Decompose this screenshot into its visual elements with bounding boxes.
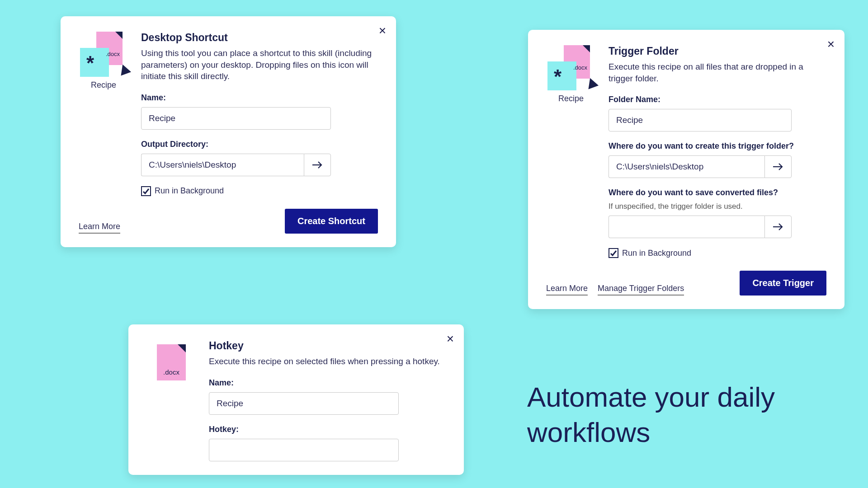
close-icon[interactable]: × [827,38,835,51]
dialog-title: Trigger Folder [609,45,826,57]
hotkey-input[interactable] [209,439,399,461]
create-shortcut-button[interactable]: Create Shortcut [285,209,378,234]
name-input[interactable] [209,392,399,415]
browse-output-directory-button[interactable] [304,154,331,176]
run-in-background-label: Run in Background [155,186,224,196]
close-icon[interactable]: × [447,333,454,345]
where-save-label: Where do you want to save converted file… [609,188,826,197]
icon-caption: Recipe [91,80,116,90]
desktop-shortcut-dialog: × .docx * Recipe Desktop Shortcut Using … [61,16,396,247]
check-icon [610,249,617,257]
dialog-title: Desktop Shortcut [141,32,378,44]
where-save-sublabel: If unspecified, the trigger folder is us… [609,202,826,211]
run-in-background-label: Run in Background [622,249,691,258]
recipe-files-icon: .docx * [547,45,594,90]
where-save-input[interactable] [609,216,764,238]
where-create-label: Where do you want to create this trigger… [609,141,826,151]
dialog-title: Hotkey [209,340,446,352]
run-in-background-checkbox[interactable] [141,186,151,196]
icon-caption: Recipe [558,94,584,103]
browse-save-location-button[interactable] [764,216,792,238]
name-label: Name: [209,378,446,388]
learn-more-link[interactable]: Learn More [546,284,588,296]
hotkey-dialog: × .docx Hotkey Execute this recipe on se… [128,324,464,475]
dialog-description: Execute this recipe on all files that ar… [609,61,826,84]
dialog-description: Execute this recipe on selected files wh… [209,356,446,367]
folder-name-label: Folder Name: [609,95,826,104]
where-create-input[interactable] [609,155,764,178]
recipe-icon-block: .docx [146,340,196,461]
close-icon[interactable]: × [379,24,386,37]
docx-file-icon: .docx [157,344,186,380]
recipe-icon-block: .docx * Recipe [546,45,596,258]
arrow-right-icon [772,162,784,171]
output-directory-input[interactable] [141,154,304,176]
create-trigger-button[interactable]: Create Trigger [740,271,826,296]
recipe-files-icon: .docx * [80,32,127,77]
arrow-right-icon [311,160,323,169]
recipe-icon-block: .docx * Recipe [79,32,128,196]
name-input[interactable] [141,107,331,130]
browse-create-location-button[interactable] [764,155,792,178]
run-in-background-checkbox[interactable] [609,248,618,258]
name-label: Name: [141,93,378,103]
output-directory-label: Output Directory: [141,140,378,149]
manage-trigger-folders-link[interactable]: Manage Trigger Folders [598,284,684,296]
check-icon [142,188,150,195]
learn-more-link[interactable]: Learn More [79,222,120,234]
arrow-right-icon [772,222,784,231]
folder-name-input[interactable] [609,109,792,131]
dialog-description: Using this tool you can place a shortcut… [141,47,378,82]
hotkey-label: Hotkey: [209,425,446,434]
page-headline: Automate your daily workflows [527,380,844,450]
trigger-folder-dialog: × .docx * Recipe Trigger Folder Execute … [528,30,844,309]
